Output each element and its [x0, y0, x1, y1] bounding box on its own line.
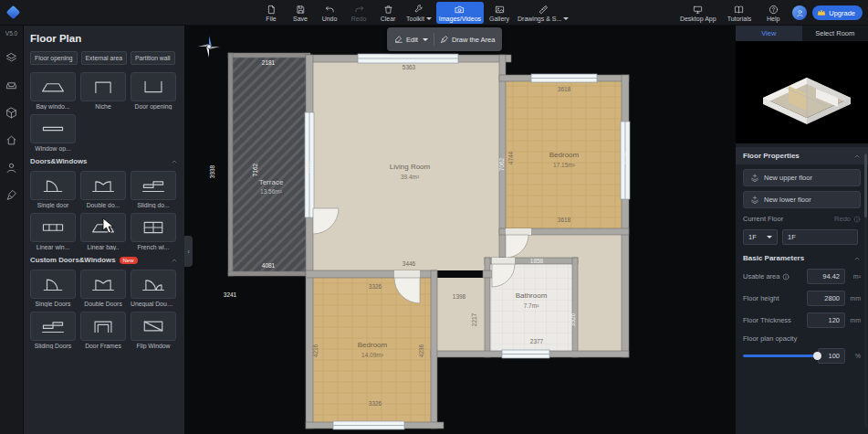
redo-link[interactable]: Redo: [834, 215, 861, 223]
toolkit-button[interactable]: Toolkit: [403, 0, 434, 26]
sidebar-item-templates[interactable]: [0, 46, 24, 69]
left-icon-strip: V5.0: [0, 26, 24, 434]
floor-height-label: Floor height: [743, 294, 779, 302]
chevron-down-icon: [767, 236, 772, 238]
tab-view[interactable]: View: [736, 26, 802, 41]
save-button[interactable]: Save: [287, 0, 314, 26]
dimension: 3241: [224, 291, 237, 298]
room-floors[interactable]: [233, 58, 622, 422]
undo-button[interactable]: Undo: [316, 0, 343, 26]
sidebar-item-models[interactable]: [0, 101, 24, 124]
ruler-icon: [539, 5, 549, 15]
corridor-right-floor[interactable]: [578, 258, 622, 351]
tile-niche[interactable]: Niche: [80, 72, 126, 110]
tile-custom-sliding-doors[interactable]: Sliding Doors: [30, 312, 76, 349]
opacity-slider-knob[interactable]: [813, 352, 821, 360]
dimension: 1858: [530, 258, 544, 264]
section-custom-doors-windows[interactable]: Custom Doors&WindowsNew: [30, 256, 178, 264]
floor-select-dropdown[interactable]: 1F: [743, 229, 778, 245]
tile-french-window[interactable]: French wi...: [131, 213, 176, 250]
new-lower-floor-button[interactable]: New lower floor: [743, 191, 861, 208]
tile-window-opening[interactable]: Window op...: [30, 114, 76, 152]
clear-button[interactable]: Clear: [374, 0, 402, 26]
room-area: 17.15m²: [553, 162, 576, 168]
desktop-app-button[interactable]: Desktop App: [677, 0, 719, 26]
tab-select-room[interactable]: Select Room: [802, 26, 868, 41]
new-upper-floor-button[interactable]: New upper floor: [743, 169, 861, 186]
floor-plan-drawing[interactable]: Terrace 13.56m² Living Room 39.4m² Bedro…: [184, 26, 736, 434]
tile-single-door[interactable]: Single door: [30, 171, 76, 208]
file-icon: [267, 5, 277, 15]
chevron-up-icon: [171, 158, 178, 165]
drawings-button[interactable]: Drawings & S...: [515, 0, 571, 26]
hall-floor[interactable]: [437, 278, 485, 351]
floor-properties-header[interactable]: Floor Properties: [736, 147, 868, 164]
gallery-button[interactable]: Gallery: [486, 0, 513, 26]
divider: [434, 33, 434, 46]
help-button[interactable]: Help: [759, 0, 787, 26]
tile-custom-double-doors[interactable]: Double Doors: [80, 270, 126, 307]
dimension: 3926: [570, 312, 576, 326]
floor-thickness-unit: mm: [848, 317, 861, 323]
redo-button[interactable]: Redo: [345, 0, 372, 26]
doors-windows-items: Single door Double do... Sliding do... L…: [30, 171, 178, 250]
file-button[interactable]: File: [257, 0, 285, 26]
double-doors-icon: [91, 275, 115, 293]
tile-double-door[interactable]: Double do...: [80, 171, 126, 208]
floor-plan-opacity-label: Floor plan opacity: [743, 334, 797, 343]
edit-icon: [394, 35, 403, 44]
opacity-input[interactable]: [818, 348, 845, 364]
tab-external-area[interactable]: External area: [81, 51, 127, 65]
floor-name-input[interactable]: [782, 229, 858, 245]
person-icon: [5, 162, 17, 174]
usable-area-input[interactable]: [807, 269, 845, 284]
sidebar-item-account[interactable]: [0, 155, 24, 179]
right-panel-scrollbar[interactable]: [864, 153, 867, 428]
floor-height-row: Floor height mm: [743, 291, 861, 306]
basic-parameters-header[interactable]: Basic Parameters: [743, 254, 861, 262]
draw-the-area-button[interactable]: Draw the Area: [440, 35, 496, 44]
opacity-slider[interactable]: [743, 355, 818, 357]
home-icon: [5, 134, 17, 146]
upgrade-button[interactable]: Upgrade: [812, 5, 863, 20]
tab-partition-wall[interactable]: Partition wall: [131, 51, 175, 65]
tile-linear-window[interactable]: Linear win...: [30, 213, 76, 250]
tab-floor-opening[interactable]: Floor opening: [30, 51, 78, 65]
tile-flip-window[interactable]: Flip Window: [131, 312, 176, 349]
top-toolbar: File Save Undo Redo Clear Toolkit Images…: [0, 0, 868, 26]
tile-door-opening[interactable]: Door opening: [131, 72, 176, 110]
sidebar-item-design[interactable]: [0, 183, 24, 206]
tile-door-frames[interactable]: Door Frames: [80, 312, 126, 349]
edit-menu[interactable]: Edit: [394, 35, 428, 44]
terrace-floor[interactable]: [233, 58, 306, 271]
help-icon: [769, 5, 779, 15]
toolbar-center: File Save Undo Redo Clear Toolkit Images…: [257, 0, 571, 26]
dimension: 2181: [262, 59, 276, 66]
user-avatar[interactable]: [792, 5, 807, 20]
opacity-unit: %: [848, 353, 861, 359]
usable-area-label: Usable area: [743, 272, 779, 281]
chevron-down-icon: [563, 17, 569, 20]
sidebar-item-furniture[interactable]: [0, 73, 24, 97]
tile-bay-window[interactable]: Bay windo...: [30, 72, 76, 110]
room-name: Bedroom: [358, 341, 388, 349]
sidebar-collapse-handle[interactable]: ‹: [184, 236, 193, 267]
sidebar-item-home[interactable]: [0, 128, 24, 152]
floor-thickness-input[interactable]: [807, 312, 845, 328]
images-videos-button[interactable]: Images/Videos: [436, 2, 484, 24]
tile-custom-single-doors[interactable]: Single Doors: [30, 270, 76, 307]
floorplan-canvas[interactable]: Edit Draw the Area ‹: [184, 26, 736, 434]
niche-icon: [91, 78, 115, 96]
mouse-cursor: [102, 217, 115, 234]
floor-height-input[interactable]: [807, 291, 845, 306]
floor-thickness-row: Floor Thickness mm: [743, 312, 861, 328]
tile-sliding-door[interactable]: Sliding do...: [131, 171, 176, 208]
dimension: 3618: [558, 86, 571, 92]
new-badge: New: [120, 257, 138, 264]
tile-unequal-double-doors[interactable]: Unequal Double Doors: [131, 270, 176, 307]
app-logo-icon[interactable]: [6, 5, 21, 20]
tutorials-button[interactable]: Tutorials: [725, 0, 755, 26]
section-doors-windows[interactable]: Doors&Windows: [30, 157, 178, 165]
3d-preview[interactable]: [736, 41, 868, 143]
french-window-icon: [141, 218, 165, 237]
